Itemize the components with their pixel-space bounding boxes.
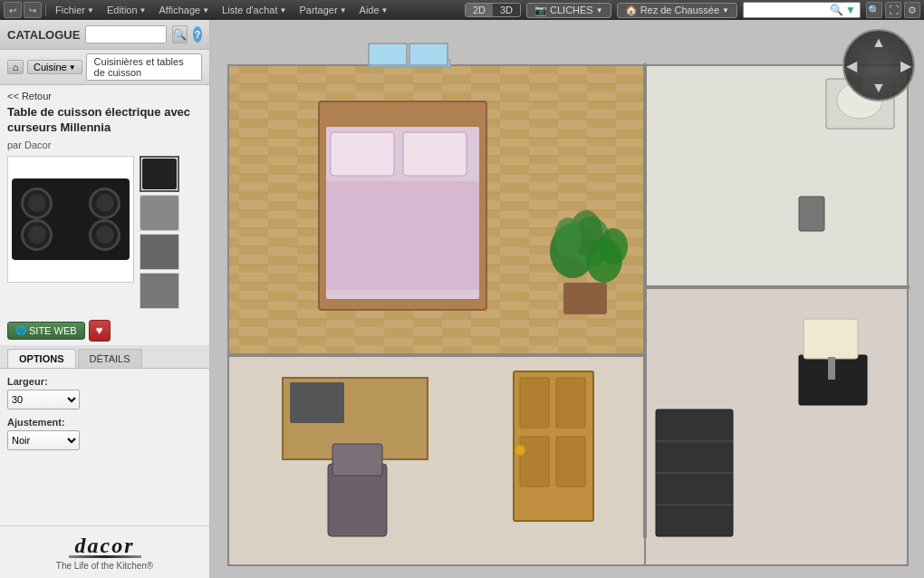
svg-point-34 [515,445,525,456]
svg-rect-10 [403,132,467,176]
width-select[interactable]: 30 36 [7,390,80,409]
burner-tr [89,188,120,219]
compass-right[interactable]: ▶ [900,57,911,74]
floor-selector[interactable]: 🏠 Rez de Chaussée ▼ [617,3,737,18]
svg-rect-31 [556,378,585,428]
brand-name: Dacor [24,140,51,150]
compass-up[interactable]: ▲ [871,34,886,51]
menu-bar: ↩ ↪ Fichier ▼ Edition ▼ Affichage ▼ List… [0,0,924,20]
zoom-in-button[interactable]: 🔍 [866,2,882,18]
svg-rect-32 [520,437,549,486]
cliches-button[interactable]: 📷 CLICHES ▼ [526,3,611,18]
tab-options[interactable]: OPTIONS [7,349,76,368]
product-images [0,156,209,316]
thumb-stovetop-img [142,159,177,189]
catalogue-search-button[interactable]: 🔍 [172,25,188,43]
menu-liste-achat[interactable]: Liste d'achat ▼ [217,3,292,17]
adjustment-select[interactable]: Noir Blanc [7,430,80,450]
favorite-button[interactable]: ♥ [89,320,111,342]
thumb-1[interactable] [140,156,179,192]
adjustment-label: Ajustement: [7,417,202,428]
svg-rect-30 [520,378,549,428]
home-breadcrumb[interactable]: ⌂ [7,60,24,74]
burner-tl [21,188,53,219]
tabs-bar: OPTIONS DÉTAILS [0,345,209,369]
floor-plan-svg [210,20,924,578]
thumb-4[interactable] [140,273,179,309]
menu-affichage[interactable]: Affichage ▼ [154,3,216,17]
main-view[interactable]: ◀ ▶ ▲ ▼ [210,20,924,578]
catalogue-search-input[interactable] [85,25,167,43]
menu-fichier[interactable]: Fichier ▼ [50,3,100,17]
settings-button[interactable]: ⚙ [904,2,920,18]
svg-rect-23 [799,197,824,231]
subcategory-breadcrumb: Cuisinières et tables de cuisson [86,53,202,81]
svg-rect-6 [409,43,448,65]
nav-compass: ◀ ▶ ▲ ▼ [842,29,915,101]
catalogue-title: CATALOGUE [7,28,80,42]
svg-point-18 [599,228,628,265]
svg-rect-28 [332,444,382,476]
back-link[interactable]: << Retour [0,85,209,103]
svg-point-17 [554,217,582,257]
dacor-logo-text: dacor [75,534,135,558]
search-bar-top[interactable]: 🔍 ▼ [743,2,861,18]
help-button[interactable]: ? [193,26,202,43]
svg-rect-33 [556,437,585,486]
svg-rect-43 [643,63,647,538]
svg-rect-37 [804,319,858,359]
3d-button[interactable]: 3D [493,4,520,16]
thumbnail-list [140,156,179,309]
top-right-buttons: 🔍 ⛶ ⚙ [866,2,920,18]
brand-area: dacor The Life of the Kitchen® [0,525,209,578]
view-mode-toggle[interactable]: 2D 3D [465,3,521,17]
search-input-top[interactable] [747,5,830,15]
svg-rect-44 [228,353,645,357]
catalogue-header: CATALOGUE 🔍 ? [0,20,209,50]
separator [45,4,46,16]
breadcrumb: ⌂ Cuisine ▼ Cuisinières et tables de cui… [0,50,209,85]
thumb-oven-img [140,196,178,230]
tab-details[interactable]: DÉTAILS [78,349,142,368]
site-web-button[interactable]: 🌐 SITE WEB [7,322,85,340]
burner-br [89,219,120,251]
menu-aide[interactable]: Aide ▼ [354,3,394,17]
brand-logo: dacor [69,534,141,558]
compass-left[interactable]: ◀ [846,57,857,74]
product-title: Table de cuisson électrique avec curseur… [0,103,209,140]
thumb-2[interactable] [140,195,179,231]
compass-circle: ◀ ▶ ▲ ▼ [842,29,915,101]
burner-bl [21,219,53,251]
svg-rect-9 [331,132,394,176]
fullscreen-button[interactable]: ⛶ [885,2,901,18]
options-area: Largeur: 30 36 Ajustement: Noir Blanc [0,369,209,525]
svg-rect-5 [369,43,407,65]
thumb-3[interactable] [140,234,179,270]
svg-rect-26 [290,382,344,423]
brand-tagline: The Life of the Kitchen® [56,561,153,571]
svg-rect-38 [828,357,835,380]
menu-edition[interactable]: Edition ▼ [101,3,152,17]
undo-button[interactable]: ↩ [4,2,22,18]
product-brand: par Dacor [0,140,209,156]
svg-rect-12 [563,283,607,314]
width-label: Largeur: [7,376,202,387]
redo-button[interactable]: ↪ [24,2,42,18]
compass-down[interactable]: ▼ [871,80,886,96]
stovetop-image [12,178,130,260]
svg-rect-45 [643,285,910,289]
catalogue-panel: CATALOGUE 🔍 ? ⌂ Cuisine ▼ Cuisinières et… [0,20,210,578]
svg-rect-11 [326,181,479,290]
2d-button[interactable]: 2D [466,4,493,16]
menu-partager[interactable]: Partager ▼ [294,3,351,17]
dacor-logo-underline [69,555,141,558]
main-product-image[interactable] [7,156,134,283]
cuisine-breadcrumb[interactable]: Cuisine ▼ [27,60,82,74]
product-actions: 🌐 SITE WEB ♥ [0,316,209,345]
